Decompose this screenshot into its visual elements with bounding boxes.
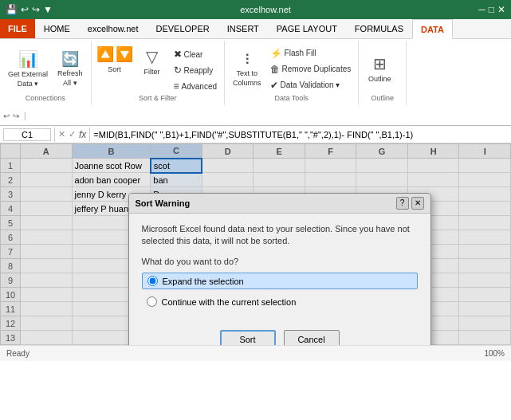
formula-bar-divider	[54, 128, 55, 142]
tab-home[interactable]: HOME	[35, 19, 79, 38]
tab-page-layout[interactable]: PAGE LAYOUT	[268, 19, 346, 38]
expand-radio[interactable]	[147, 276, 158, 286]
undo-quick-icon[interactable]: ↩	[19, 2, 30, 17]
undo-btn[interactable]: ↩	[3, 112, 10, 120]
get-external-data-button[interactable]: 📊 Get External Data ▾	[5, 48, 51, 89]
restore-icon[interactable]: □	[487, 2, 496, 17]
remove-dup-icon: 🗑	[270, 64, 280, 75]
current-selection-option[interactable]: Continue with the current selection	[142, 294, 418, 309]
ribbon-group-sort-filter: 🔼 🔽 Sort ▽ Filter ✖ Clear ↻ Reapply	[92, 41, 226, 105]
flash-fill-button[interactable]: ⚡ Flash Fill	[268, 46, 354, 61]
confirm-formula-icon[interactable]: ✓	[69, 129, 76, 139]
cancel-formula-icon[interactable]: ✕	[58, 129, 65, 139]
dialog-question-button[interactable]: ?	[396, 197, 409, 210]
tab-insert[interactable]: INSERT	[218, 19, 268, 38]
data-validation-button[interactable]: ✔ Data Validation ▾	[268, 78, 354, 92]
text-to-columns-icon: ⫶	[243, 49, 251, 68]
dialog-controls: ? ✕	[396, 197, 424, 210]
filter-icon: ▽	[146, 47, 158, 66]
save-quick-icon[interactable]: 💾	[4, 2, 19, 17]
customize-quick-icon[interactable]: ▼	[41, 2, 54, 17]
outline-button[interactable]: ⊞ Outline	[364, 53, 395, 84]
sort-button[interactable]: Sort	[220, 330, 276, 345]
reapply-icon: ↻	[174, 65, 182, 76]
advanced-button[interactable]: ≡ Advanced	[171, 79, 220, 93]
formula-divider2	[89, 128, 90, 142]
dialog-close-button[interactable]: ✕	[411, 197, 424, 210]
ribbon-group-outline: ⊞ Outline Outline	[359, 41, 407, 105]
title-bar: 💾 ↩ ↪ ▼ excelhow.net ─ □ ✕	[0, 0, 511, 19]
redo-btn[interactable]: ↪	[13, 112, 19, 120]
sort-label: Sort	[108, 65, 121, 73]
refresh-all-button[interactable]: 🔄 Refresh All ▾	[54, 49, 86, 88]
status-ready: Ready	[6, 349, 29, 358]
formula-bar: ✕ ✓ fx	[0, 126, 511, 143]
outline-icon: ⊞	[373, 54, 387, 73]
continue-selection-label: Continue with the current selection	[162, 297, 297, 307]
sort-filter-group-label: Sort & Filter	[96, 94, 220, 104]
tab-data[interactable]: DATA	[412, 19, 453, 39]
status-bar: Ready 100%	[0, 345, 511, 361]
reapply-button[interactable]: ↻ Reapply	[171, 63, 220, 77]
tab-excelhow[interactable]: excelhow.net	[79, 19, 147, 38]
formula-input[interactable]	[93, 130, 508, 139]
connections-group-label: Connections	[5, 94, 86, 104]
text-to-columns-button[interactable]: ⫶ Text to Columns	[230, 48, 265, 88]
sort-az-icon[interactable]: 🔼	[96, 45, 114, 63]
cancel-button[interactable]: Cancel	[284, 330, 340, 345]
sort-warning-dialog: Sort Warning ? ✕ Microsoft Excel found d…	[128, 193, 431, 345]
refresh-icon: 🔄	[61, 50, 79, 68]
redo-quick-icon[interactable]: ↪	[30, 2, 41, 17]
ribbon-group-data-tools: ⫶ Text to Columns ⚡ Flash Fill 🗑 Remove …	[225, 41, 359, 105]
tab-formulas[interactable]: FORMULAS	[346, 19, 412, 38]
title-text: excelhow.net	[54, 5, 477, 14]
remove-duplicates-button[interactable]: 🗑 Remove Duplicates	[268, 62, 354, 77]
filter-button[interactable]: ▽ Filter	[136, 45, 168, 77]
get-external-data-icon: 📊	[18, 49, 38, 69]
clear-button[interactable]: ✖ Clear	[171, 47, 220, 61]
spreadsheet-area: A B C D E F G H I 1 Joanne scot Row scot	[0, 143, 511, 345]
dialog-question: What do you want to do?	[142, 257, 418, 266]
dialog-title: Sort Warning	[136, 198, 396, 208]
close-icon[interactable]: ✕	[496, 2, 507, 17]
data-val-icon: ✔	[270, 80, 278, 91]
expand-selection-label: Expand the selection	[163, 277, 244, 286]
clear-icon: ✖	[174, 49, 182, 60]
continue-radio[interactable]	[147, 296, 157, 307]
dialog-footer: Sort Cancel	[129, 324, 430, 345]
dialog-title-bar: Sort Warning ? ✕	[129, 194, 430, 214]
dialog-body: Microsoft Excel found data next to your …	[129, 214, 430, 324]
file-tab[interactable]: FILE	[0, 19, 35, 38]
ribbon-group-connections: 📊 Get External Data ▾ 🔄 Refresh All ▾ Co…	[0, 41, 92, 105]
flash-fill-icon: ⚡	[270, 48, 282, 59]
advanced-icon: ≡	[174, 80, 179, 92]
fx-label: fx	[79, 129, 86, 140]
zoom-level: 100%	[484, 349, 505, 358]
sort-za-icon[interactable]: 🔽	[116, 45, 133, 63]
cell-reference-input[interactable]	[3, 128, 51, 141]
expand-selection-option[interactable]: Expand the selection	[142, 273, 418, 289]
dialog-message: Microsoft Excel found data next to your …	[142, 223, 418, 248]
data-tools-group-label: Data Tools	[230, 94, 353, 104]
tab-developer[interactable]: DEVELOPER	[147, 19, 218, 38]
outline-group-label: Outline	[364, 94, 401, 104]
dialog-overlay: Sort Warning ? ✕ Microsoft Excel found d…	[0, 143, 511, 345]
minimize-icon[interactable]: ─	[477, 2, 487, 17]
